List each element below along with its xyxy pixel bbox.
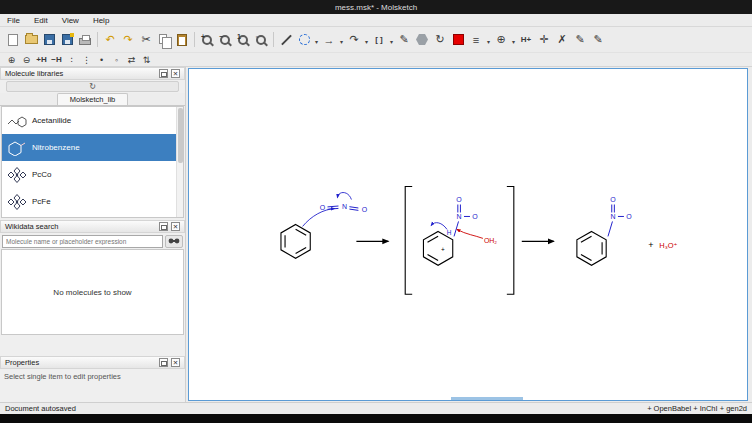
charge-plus-icon[interactable]: ⊕ bbox=[4, 54, 19, 66]
add-lone-pair-icon[interactable]: ∶ bbox=[64, 54, 79, 66]
draw-bond-tool-icon[interactable] bbox=[277, 31, 295, 49]
left-bracket[interactable] bbox=[405, 187, 412, 295]
drawing-canvas[interactable]: O N O bbox=[188, 68, 748, 401]
molecule-thumbnail bbox=[7, 166, 27, 184]
toolbar-separator bbox=[194, 32, 195, 47]
remove-radical-icon[interactable]: ◦ bbox=[109, 54, 124, 66]
library-item-nitrobenzene[interactable]: Nitrobenzene bbox=[2, 134, 183, 161]
zoom-out-icon[interactable]: − bbox=[216, 31, 234, 49]
library-item-acetanilide[interactable]: Acetanilide bbox=[2, 107, 183, 134]
library-item-pcfe[interactable]: PcFe bbox=[2, 188, 183, 215]
water-curved-arrow[interactable] bbox=[457, 229, 483, 238]
move-tool-icon[interactable]: ✛ bbox=[535, 31, 553, 49]
scrollbar-thumb[interactable] bbox=[178, 108, 183, 163]
reload-library-button[interactable]: ↻ bbox=[6, 81, 179, 92]
arrow-tool-dropdown[interactable]: ▾ bbox=[338, 31, 345, 49]
document-icon bbox=[8, 34, 18, 46]
tab-molsketch-lib[interactable]: Molsketch_lib bbox=[57, 93, 128, 105]
library-scrollbar[interactable] bbox=[176, 107, 183, 217]
remove-lone-pair-icon[interactable]: ⋮ bbox=[79, 54, 94, 66]
libraries-close-icon[interactable]: ✕ bbox=[171, 69, 180, 78]
save-as-icon[interactable] bbox=[58, 31, 76, 49]
nitrobenzene-product[interactable]: N O O bbox=[577, 196, 632, 266]
line-width-icon[interactable]: ≡ bbox=[467, 31, 485, 49]
zoom-in-icon[interactable]: + bbox=[198, 31, 216, 49]
properties-close-icon[interactable]: ✕ bbox=[171, 358, 180, 367]
delete-tool-icon[interactable]: ✗ bbox=[553, 31, 571, 49]
curved-arrow-tool-icon[interactable]: ↷ bbox=[345, 31, 363, 49]
bracket-tool-icon[interactable]: [ ] bbox=[370, 31, 388, 49]
menu-bar: File Edit View Help bbox=[0, 14, 752, 27]
wikidata-results-area: No molecules to show bbox=[1, 249, 184, 335]
redo-icon[interactable]: ↷ bbox=[119, 31, 137, 49]
disk-icon bbox=[44, 34, 55, 45]
hydrogen-tool-icon[interactable]: H+ bbox=[517, 31, 535, 49]
title-bar[interactable]: mess.msk* - Molsketch bbox=[0, 0, 752, 14]
wikidata-panel-header: Wikidata search ✕ bbox=[0, 220, 185, 233]
zoom-fit-icon[interactable]: ▫ bbox=[252, 31, 270, 49]
atom-label: N bbox=[456, 213, 461, 220]
arenium-intermediate[interactable]: + N O O H OH₂ bbox=[423, 196, 497, 266]
paste-icon[interactable] bbox=[173, 31, 191, 49]
menu-view[interactable]: View bbox=[55, 14, 86, 26]
copy-icon[interactable] bbox=[155, 31, 173, 49]
properties-float-icon[interactable] bbox=[159, 358, 168, 367]
bracket-dropdown[interactable]: ▾ bbox=[388, 31, 395, 49]
add-radical-icon[interactable]: • bbox=[94, 54, 109, 66]
library-item-label: PcCo bbox=[32, 170, 52, 179]
menu-edit[interactable]: Edit bbox=[27, 14, 55, 26]
undo-icon[interactable]: ↶ bbox=[101, 31, 119, 49]
libraries-float-icon[interactable] bbox=[159, 69, 168, 78]
color-picker-icon[interactable] bbox=[449, 31, 467, 49]
lasso-select-tool-icon[interactable] bbox=[295, 31, 313, 49]
wikidata-search-button[interactable] bbox=[165, 235, 183, 248]
library-tab-bar: Molsketch_lib bbox=[0, 93, 185, 106]
zoom-original-icon[interactable]: 1 bbox=[234, 31, 252, 49]
window-title: mess.msk* - Molsketch bbox=[335, 3, 417, 12]
rearomatization-arrow[interactable] bbox=[431, 223, 447, 230]
template-tool-icon[interactable] bbox=[413, 31, 431, 49]
save-icon[interactable] bbox=[40, 31, 58, 49]
curved-arrow-dropdown[interactable]: ▾ bbox=[363, 31, 370, 49]
charge-tool-icon[interactable]: ⊕ bbox=[492, 31, 510, 49]
wikidata-close-icon[interactable]: ✕ bbox=[171, 222, 180, 231]
menu-file[interactable]: File bbox=[0, 14, 27, 26]
curved-arrow[interactable] bbox=[337, 193, 351, 200]
wikidata-float-icon[interactable] bbox=[159, 222, 168, 231]
add-hydrogen-icon[interactable]: +H bbox=[34, 54, 49, 66]
wikidata-search-input[interactable] bbox=[2, 235, 163, 248]
canvas-hscrollbar-thumb[interactable] bbox=[451, 397, 523, 400]
print-icon[interactable] bbox=[76, 31, 94, 49]
zoom-fit-sign: ▫ bbox=[252, 33, 262, 40]
library-item-label: Nitrobenzene bbox=[32, 143, 80, 152]
zoom-in-sign: + bbox=[198, 33, 208, 40]
attack-curved-arrow[interactable] bbox=[303, 208, 335, 226]
edit-tool-icon[interactable]: ✎ bbox=[571, 31, 589, 49]
menu-help[interactable]: Help bbox=[86, 14, 116, 26]
flip-vertical-icon[interactable]: ⇅ bbox=[139, 54, 154, 66]
benzene-reactant[interactable] bbox=[281, 224, 310, 258]
annotate-tool-icon[interactable]: ✎ bbox=[589, 31, 607, 49]
cut-icon[interactable]: ✂ bbox=[137, 31, 155, 49]
mechanism-tool-icon[interactable]: ✎ bbox=[395, 31, 413, 49]
right-bracket[interactable] bbox=[507, 187, 514, 295]
line-width-dropdown[interactable]: ▾ bbox=[485, 31, 492, 49]
flip-horizontal-icon[interactable]: ⇄ bbox=[124, 54, 139, 66]
open-file-icon[interactable] bbox=[22, 31, 40, 49]
select-tool-dropdown[interactable]: ▾ bbox=[313, 31, 320, 49]
hydronium-label[interactable]: H₃O⁺ bbox=[659, 241, 677, 250]
charge-dropdown[interactable]: ▾ bbox=[510, 31, 517, 49]
molsketch-window: mess.msk* - Molsketch File Edit View Hel… bbox=[0, 0, 752, 423]
library-item-pcco[interactable]: PcCo bbox=[2, 161, 183, 188]
nitronium-ion[interactable]: O N O bbox=[320, 193, 368, 214]
reaction-arrow-tool-icon[interactable]: → bbox=[320, 31, 338, 49]
new-file-icon[interactable] bbox=[4, 31, 22, 49]
status-plugins: + OpenBabel + InChI + gen2d bbox=[647, 404, 747, 413]
reaction-drawing: O N O bbox=[189, 69, 747, 401]
charge-minus-icon[interactable]: ⊖ bbox=[19, 54, 34, 66]
hexagon-icon bbox=[416, 34, 428, 45]
properties-panel-header: Properties ✕ bbox=[0, 356, 185, 369]
remove-hydrogen-icon[interactable]: −H bbox=[49, 54, 64, 66]
atom-label: O bbox=[472, 213, 478, 220]
rotate-tool-icon[interactable]: ↻ bbox=[431, 31, 449, 49]
